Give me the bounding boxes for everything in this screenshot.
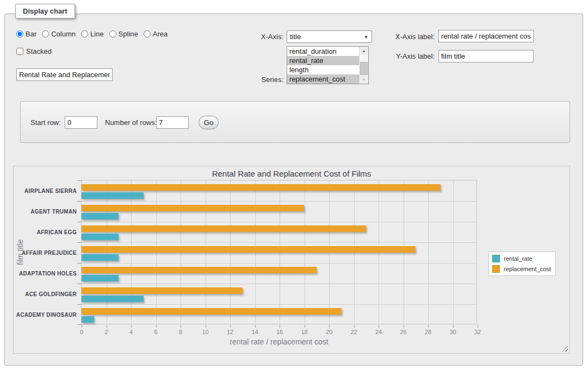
- chart-type-label: Area: [153, 30, 168, 38]
- y-tick-mark: [77, 222, 82, 222]
- chart-type-group: BarColumnLineSplineArea: [16, 30, 168, 38]
- x-axis-selected-value: title: [290, 33, 301, 41]
- stacked-checkbox[interactable]: [16, 48, 23, 55]
- bar-replacement-cost: [82, 225, 366, 232]
- legend-swatch-rental_rate: [492, 255, 500, 262]
- bar-rental-rate: [82, 192, 144, 199]
- bar-replacement-cost: [82, 246, 416, 253]
- series-option-replacement_cost[interactable]: replacement_cost: [287, 74, 359, 84]
- x-tick-mark: [255, 325, 256, 328]
- bar-rental-rate: [82, 296, 144, 302]
- bar-rental-rate: [82, 275, 119, 281]
- x-tick-label: 20: [326, 329, 332, 335]
- gridline-horizontal: [82, 201, 476, 202]
- chart-type-radio-column[interactable]: [42, 30, 49, 37]
- x-axis-label-input[interactable]: [438, 30, 534, 42]
- chart-type-radio-bar[interactable]: [16, 30, 23, 37]
- x-tick-label: 18: [301, 329, 307, 335]
- category-label: ACE GOLDFINGER: [25, 291, 77, 297]
- select-arrow-icon: ▼: [364, 35, 368, 40]
- x-tick-label: 16: [276, 329, 283, 335]
- chart-type-label: Bar: [26, 30, 36, 38]
- chart-x-axis-label: rental rate / replacement cost: [81, 337, 477, 346]
- gridline-horizontal: [82, 242, 476, 243]
- x-tick-mark: [156, 325, 157, 328]
- stacked-checkbox-row[interactable]: Stacked: [16, 47, 52, 55]
- start-row-label: Start row:: [30, 118, 61, 127]
- x-tick-mark: [206, 325, 206, 328]
- y-tick-mark: [77, 180, 82, 181]
- series-option-rental_rate[interactable]: rental_rate: [287, 56, 359, 65]
- listbox-scrollbar[interactable]: ▲ ▼: [359, 47, 368, 84]
- x-tick-mark: [428, 325, 429, 328]
- bar-replacement-cost: [82, 267, 317, 273]
- x-tick-label: 30: [449, 329, 456, 335]
- x-tick-mark: [354, 325, 355, 328]
- y-tick-mark: [77, 304, 82, 305]
- chart-type-column[interactable]: Column: [42, 30, 76, 38]
- category-label: ADAPTATION HOLES: [19, 271, 77, 277]
- scrollbar-thumb[interactable]: [360, 62, 368, 75]
- legend-row: rental_rate: [492, 255, 551, 262]
- x-tick-mark: [305, 325, 305, 328]
- x-tick-label: 4: [129, 329, 133, 335]
- category-label: AGENT TRUMAN: [30, 209, 77, 215]
- legend-swatch-replacement_cost: [492, 265, 500, 273]
- x-tick-mark: [131, 325, 132, 328]
- x-axis-select-label: X-Axis:: [239, 33, 283, 41]
- start-row-input[interactable]: [65, 116, 97, 129]
- x-tick-mark: [478, 325, 478, 328]
- chart-type-radio-line[interactable]: [81, 30, 88, 37]
- chart-title-input[interactable]: [16, 68, 113, 81]
- legend-row: replacement_cost: [492, 265, 551, 273]
- chart-type-label: Line: [90, 30, 104, 38]
- chart-type-label: Spline: [119, 30, 138, 38]
- chart-legend: rental_ratereplacement_cost: [488, 252, 556, 276]
- fieldset-legend: Display chart: [15, 4, 75, 18]
- x-tick-mark: [453, 325, 454, 328]
- chart-type-bar[interactable]: Bar: [16, 30, 36, 38]
- x-tick-label: 12: [227, 329, 233, 335]
- series-option-length[interactable]: length: [287, 65, 359, 74]
- chart-title: Rental Rate and Replacement Cost of Film…: [14, 169, 570, 178]
- x-axis-select[interactable]: title ▼: [287, 30, 372, 43]
- x-tick-label: 26: [400, 329, 406, 335]
- x-tick-mark: [280, 325, 280, 328]
- y-axis-label-input[interactable]: [438, 50, 534, 62]
- chart-type-radio-spline[interactable]: [109, 30, 116, 37]
- x-tick-mark: [329, 325, 330, 328]
- go-button[interactable]: Go: [199, 116, 219, 129]
- chart-type-line[interactable]: Line: [81, 30, 104, 38]
- y-tick-mark: [77, 324, 82, 325]
- x-tick-label: 28: [425, 329, 431, 335]
- chart-container: Rental Rate and Replacement Cost of Film…: [13, 166, 570, 354]
- x-tick-label: 22: [350, 329, 357, 335]
- y-tick-mark: [77, 242, 82, 243]
- bar-replacement-cost: [82, 205, 304, 211]
- x-tick-mark: [230, 325, 231, 328]
- chart-type-spline[interactable]: Spline: [109, 30, 138, 38]
- series-option-rental_duration[interactable]: rental_duration: [287, 47, 359, 56]
- bar-rental-rate: [82, 316, 94, 323]
- x-tick-label: 10: [202, 329, 208, 335]
- num-rows-input[interactable]: [156, 116, 189, 129]
- scroll-up-icon[interactable]: ▲: [360, 47, 368, 55]
- x-tick-label: 0: [80, 329, 83, 335]
- x-tick-label: 6: [154, 329, 157, 335]
- plot-area: 02468101214161820222426283032AIRPLANE SI…: [81, 180, 477, 324]
- y-tick-mark: [77, 263, 82, 264]
- scroll-down-icon[interactable]: ▼: [360, 76, 368, 84]
- x-tick-label: 14: [251, 329, 258, 335]
- y-tick-mark: [77, 201, 82, 202]
- series-listbox[interactable]: rental_durationrental_ratelengthreplacem…: [287, 46, 369, 84]
- x-tick-mark: [82, 325, 82, 328]
- legend-label-replacement_cost: replacement_cost: [504, 266, 551, 272]
- x-tick-mark: [404, 325, 404, 328]
- bar-replacement-cost: [82, 287, 243, 294]
- chart-resize-handle[interactable]: [562, 346, 568, 352]
- chart-type-area[interactable]: Area: [144, 30, 168, 38]
- rows-panel: Start row: Number of rows: Go: [20, 101, 570, 143]
- gridline-horizontal: [82, 304, 476, 305]
- chart-type-radio-area[interactable]: [144, 30, 151, 37]
- series-label: Series:: [239, 76, 283, 84]
